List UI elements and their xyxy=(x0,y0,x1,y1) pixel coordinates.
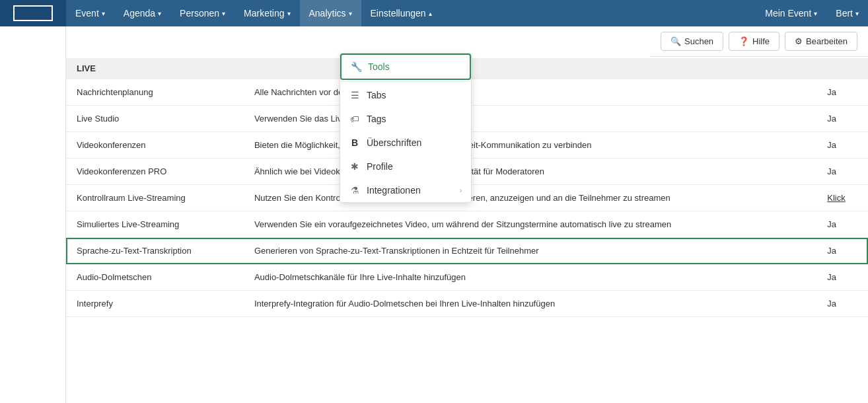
dropdown-item-tags[interactable]: 🏷 Tags xyxy=(340,107,471,131)
feature-status: Ja xyxy=(816,132,868,159)
nav-item-bert[interactable]: Bert ▾ xyxy=(826,0,868,26)
feature-status: Ja xyxy=(816,264,868,291)
chevron-down-icon: ▾ xyxy=(158,10,161,17)
feature-name: Live Studio xyxy=(66,106,244,132)
table-row-highlighted: Sprache-zu-Text-Transkription Generieren… xyxy=(66,238,868,264)
nav-item-einstellungen[interactable]: Einstellungen ▴ xyxy=(361,0,441,26)
help-button[interactable]: ❓ Hilfe xyxy=(729,32,779,51)
feature-description: Ähnlich wie bei Videokonferenzen, mit me… xyxy=(244,159,816,185)
table-row: Simuliertes Live-Streaming Verwenden Sie… xyxy=(66,211,868,238)
feature-description: Alle Nachrichten vor dem Beginn des… xyxy=(244,79,816,106)
chevron-down-icon: ▾ xyxy=(287,10,291,17)
logo-box xyxy=(13,5,53,21)
nav-item-agenda[interactable]: Agenda ▾ xyxy=(114,0,170,26)
sidebar xyxy=(0,26,66,403)
wrench-icon: 🔧 xyxy=(351,61,361,72)
feature-name: Kontrollraum Live-Streaming xyxy=(66,185,244,211)
feature-description: Audio-Dolmetschkanäle für Ihre Live-Inha… xyxy=(244,264,816,291)
asterisk-icon: ✱ xyxy=(349,161,360,172)
feature-status: Ja xyxy=(816,238,868,264)
dropdown-item-integrationen[interactable]: ⚗ Integrationen › xyxy=(340,178,471,202)
table-row: Audio-Dolmetschen Audio-Dolmetschkanäle … xyxy=(66,264,868,291)
nav-items: Event ▾ Agenda ▾ Personen ▾ Marketing ▾ … xyxy=(66,0,756,26)
feature-status: Ja xyxy=(816,211,868,238)
feature-description: Nutzen Sie den Kontrollraum, um Ihre Inh… xyxy=(244,185,816,211)
table-row: Interprefy Interprefy-Integration für Au… xyxy=(66,291,868,317)
tag-icon: 🏷 xyxy=(349,114,360,124)
feature-name: Interprefy xyxy=(66,291,244,317)
main-content: 🔍 Suchen ❓ Hilfe ⚙ Bearbeiten LIVE xyxy=(0,26,868,403)
dropdown-item-tabs[interactable]: ☰ Tabs xyxy=(340,83,471,107)
nav-item-event[interactable]: Event ▾ xyxy=(66,0,114,26)
feature-description: Verwenden Sie ein voraufgezeichnetes Vid… xyxy=(244,211,816,238)
search-button[interactable]: 🔍 Suchen xyxy=(661,32,723,51)
feature-description: Bieten die Möglichkeit, Teilnehmer-Sitzu… xyxy=(244,132,816,159)
help-icon: ❓ xyxy=(739,36,749,46)
chevron-up-icon: ▴ xyxy=(429,10,432,17)
feature-status: Ja xyxy=(816,291,868,317)
tabs-icon: ☰ xyxy=(349,90,360,100)
feature-status: Ja xyxy=(816,159,868,185)
feature-name: Videokonferenzen xyxy=(66,132,244,159)
gear-icon: ⚙ xyxy=(795,36,803,46)
chevron-down-icon: ▾ xyxy=(814,10,817,17)
top-navigation: Event ▾ Agenda ▾ Personen ▾ Marketing ▾ … xyxy=(0,0,868,26)
chevron-down-icon: ▾ xyxy=(855,10,859,17)
nav-item-personen[interactable]: Personen ▾ xyxy=(170,0,235,26)
dropdown-item-tools[interactable]: 🔧 Tools xyxy=(340,54,471,80)
analytics-dropdown: 🔧 Tools ☰ Tabs 🏷 Tags B Überschriften ✱ … xyxy=(340,53,472,203)
nav-item-mein-event[interactable]: Mein Event ▾ xyxy=(756,0,826,26)
edit-button[interactable]: ⚙ Bearbeiten xyxy=(785,32,857,51)
search-icon: 🔍 xyxy=(670,36,681,46)
dropdown-divider xyxy=(340,81,471,82)
dropdown-item-ueberschriften[interactable]: B Überschriften xyxy=(340,131,471,155)
feature-status: Ja xyxy=(816,79,868,106)
nav-item-marketing[interactable]: Marketing ▾ xyxy=(235,0,299,26)
nav-item-analytics[interactable]: Analytics ▾ xyxy=(300,0,361,26)
nav-right: Mein Event ▾ Bert ▾ xyxy=(756,0,868,26)
feature-status[interactable]: Klick xyxy=(816,185,868,211)
feature-name: Sprache-zu-Text-Transkription xyxy=(66,238,244,264)
feature-name: Simuliertes Live-Streaming xyxy=(66,211,244,238)
flask-icon: ⚗ xyxy=(349,185,360,196)
chevron-down-icon: ▾ xyxy=(349,10,352,17)
chevron-down-icon: ▾ xyxy=(222,10,225,17)
feature-status: Ja xyxy=(816,106,868,132)
nav-logo[interactable] xyxy=(0,0,66,26)
feature-name: Nachrichtenplanung xyxy=(66,79,244,106)
dropdown-item-profile[interactable]: ✱ Profile xyxy=(340,155,471,178)
feature-name: Videokonferenzen PRO xyxy=(66,159,244,185)
chevron-down-icon: ▾ xyxy=(102,10,105,17)
feature-description: Interprefy-Integration für Audio-Dolmets… xyxy=(244,291,816,317)
feature-name: Audio-Dolmetschen xyxy=(66,264,244,291)
bold-icon: B xyxy=(349,137,360,148)
chevron-right-icon: › xyxy=(460,187,462,194)
toolbar: 🔍 Suchen ❓ Hilfe ⚙ Bearbeiten xyxy=(650,26,868,57)
feature-description: Verwenden Sie das Live Studio, um In… xyxy=(244,106,816,132)
feature-description: Generieren von Sprache-zu-Text-Transkrip… xyxy=(244,238,816,264)
